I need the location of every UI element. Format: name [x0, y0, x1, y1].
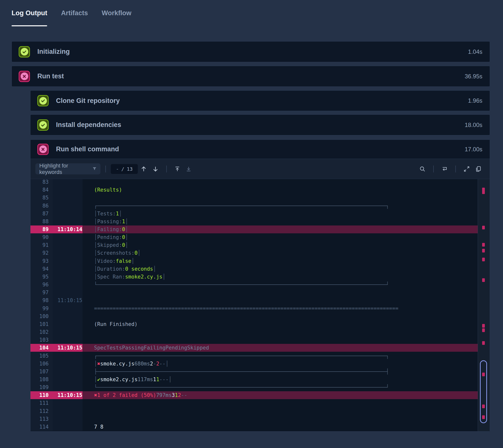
log-line-87[interactable]: 87│ Tests: 1 │ [31, 210, 478, 218]
arrow-down-icon [152, 166, 159, 172]
step-row-install-dependencies[interactable]: Install dependencies 18.00s [30, 114, 490, 135]
line-number: 111 [31, 399, 53, 407]
search-button[interactable] [419, 166, 426, 172]
log-line-112[interactable]: 112 [31, 407, 478, 415]
log-line-85[interactable]: 85 [31, 194, 478, 202]
log-line-103[interactable]: 103 [31, 336, 478, 344]
log-line-113[interactable]: 113 [31, 415, 478, 423]
divider [455, 166, 456, 172]
log-line-96[interactable]: 96└─────────────────────────────────────… [31, 281, 478, 288]
log-minimap-scrollbar[interactable] [478, 179, 490, 431]
line-number: 102 [31, 328, 53, 336]
log-line-107[interactable]: 107├────────────────────────────────────… [31, 368, 478, 376]
log-line-93[interactable]: 93│ Video: false │ [31, 257, 478, 265]
keyword-filter-input[interactable]: Highlight for keywords [35, 163, 100, 174]
step-row-clone-git-repository[interactable]: Clone Git repository 1.96s [30, 90, 490, 111]
line-number: 105 [31, 352, 53, 360]
log-line-98[interactable]: 9811:10:15 [31, 296, 478, 304]
funnel-icon [92, 166, 97, 172]
log-line-86[interactable]: 86┌─────────────────────────────────────… [31, 202, 478, 209]
log-line-110[interactable]: 11011:10:15 ✖ 1 of 2 failed (50%) 797ms … [31, 391, 478, 399]
line-content: │ Screenshots: 0 │ [82, 249, 478, 257]
previous-match-button[interactable] [140, 166, 147, 172]
step-row-initializing[interactable]: Initializing 1.04s [12, 41, 490, 62]
scrollbar-thumb[interactable] [480, 360, 487, 423]
step-label: Clone Git repository [56, 97, 468, 105]
line-number: 98 [31, 296, 53, 304]
line-content [82, 296, 478, 304]
log-output-area[interactable]: 8384(Results)8586┌──────────────────────… [31, 179, 490, 431]
line-timestamp [53, 415, 82, 423]
step-row-run-shell-command[interactable]: Run shell command 17.00s [31, 140, 490, 159]
log-line-84[interactable]: 84(Results) [31, 186, 478, 194]
log-line-89[interactable]: 8911:10:14│ Failing: 0 │ [31, 225, 478, 233]
log-line-95[interactable]: 95│ Spec Ran: smoke2.cy.js │ [31, 273, 478, 281]
x-icon [40, 147, 46, 152]
copy-icon [475, 166, 482, 172]
tab-workflow[interactable]: Workflow [102, 9, 131, 20]
line-timestamp [53, 328, 82, 336]
log-line-102[interactable]: 102 [31, 328, 478, 336]
log-line-111[interactable]: 111 [31, 399, 478, 407]
line-timestamp [53, 399, 82, 407]
line-number: 92 [31, 249, 53, 257]
scroll-to-top-icon [174, 166, 181, 172]
line-timestamp [53, 194, 82, 202]
expand-fullscreen-button[interactable] [463, 166, 470, 172]
line-content: ├───────────────────────────────────────… [82, 368, 478, 376]
divider [105, 166, 106, 172]
scroll-to-bottom-button[interactable] [186, 166, 192, 172]
arrow-up-icon [140, 166, 147, 172]
line-content: │ ✖ smoke.cy.js 680ms 2 - 2 - -│ [82, 360, 478, 368]
minimap-error-mark [482, 324, 485, 328]
line-content: │ Tests: 1 │ [82, 210, 478, 218]
log-line-105[interactable]: 105┌────────────────────────────────────… [31, 352, 478, 360]
step-label: Run shell command [56, 145, 465, 153]
line-number: 100 [31, 312, 53, 320]
next-match-button[interactable] [152, 166, 159, 172]
scroll-to-top-button[interactable] [174, 166, 181, 172]
log-line-94[interactable]: 94│ Duration: 0 seconds │ [31, 265, 478, 273]
log-line-106[interactable]: 106│ ✖ smoke.cy.js 680ms 2 - 2 - -│ [31, 360, 478, 368]
log-line-104[interactable]: 10411:10:15 Spec Tests Passing Failing P… [31, 344, 478, 352]
step-duration: 1.04s [468, 48, 482, 55]
line-number: 107 [31, 368, 53, 376]
wrap-lines-button[interactable] [441, 166, 448, 172]
log-line-83[interactable]: 83 [31, 179, 478, 186]
minimap-error-mark [482, 278, 485, 282]
line-content: │ Passing: 1 │ [82, 218, 478, 225]
line-content: │ Skipped: 0 │ [82, 241, 478, 249]
match-counter-current: - [116, 166, 119, 172]
line-timestamp: 11:10:15 [53, 344, 82, 352]
line-timestamp [53, 265, 82, 273]
tab-bar: Log Output Artifacts Workflow [12, 9, 145, 20]
tab-log-output[interactable]: Log Output [12, 9, 47, 20]
x-icon [22, 74, 27, 79]
line-number: 109 [31, 384, 53, 391]
line-timestamp [53, 360, 82, 368]
log-line-99[interactable]: 99======================================… [31, 304, 478, 312]
log-line-114[interactable]: 1147 8 [31, 423, 478, 431]
log-line-100[interactable]: 100 [31, 312, 478, 320]
line-timestamp [53, 210, 82, 218]
line-number: 113 [31, 415, 53, 423]
line-timestamp [53, 233, 82, 241]
tab-artifacts[interactable]: Artifacts [61, 9, 88, 20]
log-line-91[interactable]: 91│ Skipped: 0 │ [31, 241, 478, 249]
step-row-run-test[interactable]: Run test 36.95s [12, 66, 490, 87]
log-line-109[interactable]: 109└────────────────────────────────────… [31, 384, 478, 391]
minimap-error-mark [482, 226, 485, 229]
log-line-88[interactable]: 88│ Passing: 1 │ [31, 218, 478, 225]
log-line-108[interactable]: 108│ ✔ smoke2.cy.js 117ms 1 1 - - -│ [31, 376, 478, 384]
log-line-97[interactable]: 97 [31, 288, 478, 296]
log-line-90[interactable]: 90│ Pending: 0 │ [31, 233, 478, 241]
line-content: │ ✔ smoke2.cy.js 117ms 1 1 - - -│ [82, 376, 478, 384]
line-content: └───────────────────────────────────────… [82, 281, 478, 288]
step-duration: 36.95s [465, 73, 482, 80]
log-line-92[interactable]: 92│ Screenshots: 0 │ [31, 249, 478, 257]
tab-workflow-label: Workflow [102, 9, 131, 17]
line-timestamp [53, 423, 82, 431]
step-duration: 17.00s [465, 146, 482, 153]
copy-log-button[interactable] [475, 166, 482, 172]
log-line-101[interactable]: 101(Run Finished) [31, 320, 478, 328]
